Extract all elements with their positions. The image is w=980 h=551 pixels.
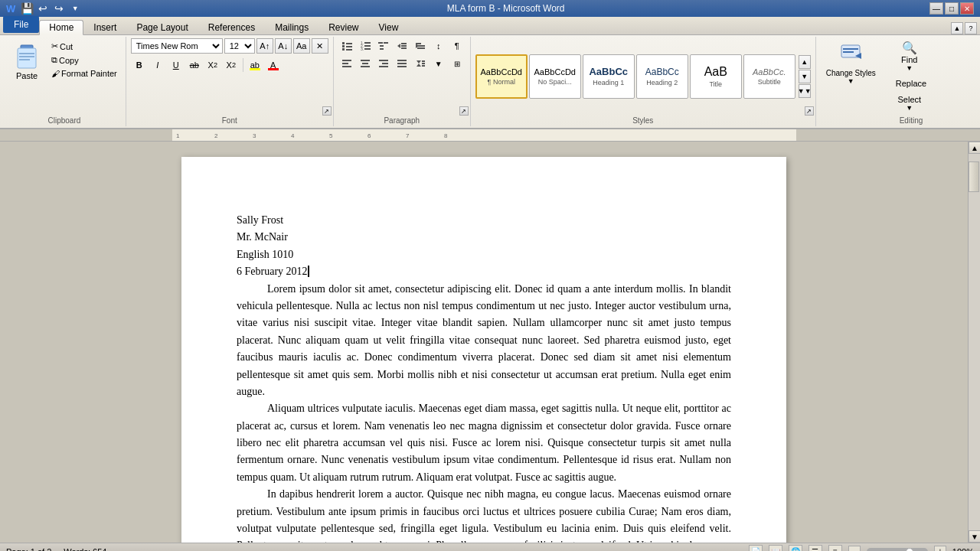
author-name: Sally Frost <box>237 212 731 229</box>
font-name-select[interactable]: Times New Rom <box>131 38 223 54</box>
redo-quickaccess[interactable]: ↪ <box>52 2 66 15</box>
font-name-row: Times New Rom 12 A↑ A↓ Aa ✕ <box>131 38 328 54</box>
clear-format-button[interactable]: ✕ <box>312 38 328 54</box>
tab-references[interactable]: References <box>198 19 265 34</box>
replace-button[interactable]: Replace <box>890 77 932 90</box>
paste-button[interactable]: Paste <box>8 38 46 83</box>
change-case-button[interactable]: Aa <box>293 38 310 54</box>
align-right-button[interactable] <box>375 56 392 71</box>
decrease-indent-button[interactable] <box>394 38 410 54</box>
center-button[interactable] <box>357 56 374 71</box>
font-color-button[interactable]: A <box>265 57 282 73</box>
svg-rect-43 <box>422 60 425 62</box>
window-title: MLA form B - Microsoft Word <box>82 3 929 14</box>
view-print-button[interactable]: 📄 <box>749 545 763 552</box>
svg-rect-39 <box>397 63 407 64</box>
vertical-scrollbar: ▲ ▼ <box>968 142 980 543</box>
cut-button[interactable]: ✂Cut <box>47 40 121 53</box>
scroll-up-button[interactable]: ▲ <box>969 142 980 154</box>
show-hide-button[interactable]: ¶ <box>449 38 466 54</box>
paragraph-dialog-launcher[interactable]: ↗ <box>459 106 469 116</box>
font-dialog-launcher[interactable]: ↗ <box>322 106 332 116</box>
italic-button[interactable]: I <box>149 57 166 73</box>
style-heading1[interactable]: AaBbCc Heading 1 <box>583 54 635 99</box>
copy-button[interactable]: ⧉Copy <box>47 54 121 67</box>
multilevel-button[interactable] <box>375 38 392 54</box>
svg-rect-26 <box>416 43 421 44</box>
find-button[interactable]: 🔍 Find ▼ <box>890 38 929 74</box>
tab-file[interactable]: File <box>3 16 39 33</box>
help-button[interactable]: ? <box>965 22 977 34</box>
style-no-spacing[interactable]: AaBbCcDd No Spaci... <box>529 54 581 99</box>
shrink-font-button[interactable]: A↓ <box>275 38 292 54</box>
increase-indent-button[interactable] <box>412 38 429 54</box>
save-quickaccess[interactable]: 💾 <box>20 2 34 15</box>
style-normal[interactable]: AaBbCcDd ¶ Normal <box>475 54 528 99</box>
underline-button[interactable]: U <box>168 57 185 73</box>
zoom-in-button[interactable]: + <box>934 546 946 552</box>
scroll-thumb[interactable] <box>969 161 979 192</box>
svg-rect-24 <box>401 47 407 49</box>
svg-rect-32 <box>361 60 370 61</box>
paragraph-label: Paragraph <box>384 116 420 125</box>
scroll-down-button[interactable]: ▼ <box>969 530 980 543</box>
svg-rect-27 <box>417 45 425 47</box>
svg-rect-9 <box>342 48 345 51</box>
scroll-track[interactable] <box>969 154 980 530</box>
bullets-button[interactable] <box>338 38 355 54</box>
grow-font-button[interactable]: A↑ <box>256 38 273 54</box>
align-left-button[interactable] <box>338 56 355 71</box>
numbering-button[interactable]: 1.2.3. <box>357 38 374 54</box>
change-styles-button[interactable]: Change Styles ▼ <box>821 38 881 89</box>
zoom-out-button[interactable]: − <box>848 546 861 552</box>
style-heading2[interactable]: AaBbCc Heading 2 <box>636 54 688 99</box>
zoom-thumb <box>906 548 913 552</box>
bold-button[interactable]: B <box>131 57 148 73</box>
strikethrough-button[interactable]: ab <box>186 57 203 73</box>
undo-quickaccess[interactable]: ↩ <box>36 2 50 15</box>
tab-home[interactable]: Home <box>39 20 83 35</box>
superscript-button[interactable]: X2 <box>223 57 240 73</box>
maximize-button[interactable]: □ <box>945 2 959 15</box>
zoom-slider[interactable] <box>867 548 928 552</box>
svg-rect-18 <box>380 45 384 47</box>
tab-review[interactable]: Review <box>318 19 368 34</box>
tab-insert[interactable]: Insert <box>83 19 126 34</box>
styles-expand[interactable]: ▼▼ <box>799 84 811 98</box>
justify-button[interactable] <box>394 56 410 71</box>
svg-rect-30 <box>342 63 348 64</box>
font-size-select[interactable]: 12 <box>224 38 255 54</box>
tab-mailings[interactable]: Mailings <box>265 19 318 34</box>
styles-dialog-launcher[interactable]: ↗ <box>805 106 814 116</box>
svg-rect-4 <box>19 59 30 60</box>
ribbon-expand[interactable]: ▲ <box>951 22 963 34</box>
select-button[interactable]: Select ▼ <box>890 93 929 114</box>
view-full-reading-button[interactable]: 📖 <box>769 545 782 552</box>
more-quickaccess[interactable]: ▼ <box>68 2 82 15</box>
sort-button[interactable]: ↕ <box>430 38 447 54</box>
borders-button[interactable]: ⊞ <box>449 56 466 71</box>
styles-scroll-up[interactable]: ▲ <box>799 55 811 69</box>
style-title[interactable]: AaB Title <box>690 54 742 99</box>
svg-rect-45 <box>422 65 425 67</box>
view-draft-button[interactable]: ≡ <box>828 545 842 552</box>
tab-page-layout[interactable]: Page Layout <box>126 19 198 34</box>
document-page[interactable]: Sally Frost Mr. McNair English 1010 6 Fe… <box>181 157 786 543</box>
svg-rect-2 <box>19 53 34 54</box>
format-painter-button[interactable]: 🖌Format Painter <box>47 67 121 80</box>
view-outline-button[interactable]: ☰ <box>808 545 822 552</box>
document-scroll-area[interactable]: Sally Frost Mr. McNair English 1010 6 Fe… <box>0 142 968 543</box>
line-spacing-button[interactable] <box>412 56 429 71</box>
styles-scroll-down[interactable]: ▼ <box>799 70 811 83</box>
svg-rect-48 <box>843 51 854 53</box>
styles-list: AaBbCcDd ¶ Normal AaBbCcDd No Spaci... A… <box>475 54 795 99</box>
highlight-button[interactable]: ab <box>247 57 263 73</box>
subscript-button[interactable]: X2 <box>204 57 221 73</box>
style-subtitle[interactable]: AaBbCc. Subtitle <box>743 54 795 99</box>
view-web-button[interactable]: 🌐 <box>789 545 802 552</box>
close-button[interactable]: ✕ <box>960 2 974 15</box>
tab-view[interactable]: View <box>369 19 409 34</box>
svg-rect-17 <box>378 42 383 44</box>
minimize-button[interactable]: — <box>929 2 943 15</box>
shading-button[interactable]: ▼ <box>430 56 447 71</box>
